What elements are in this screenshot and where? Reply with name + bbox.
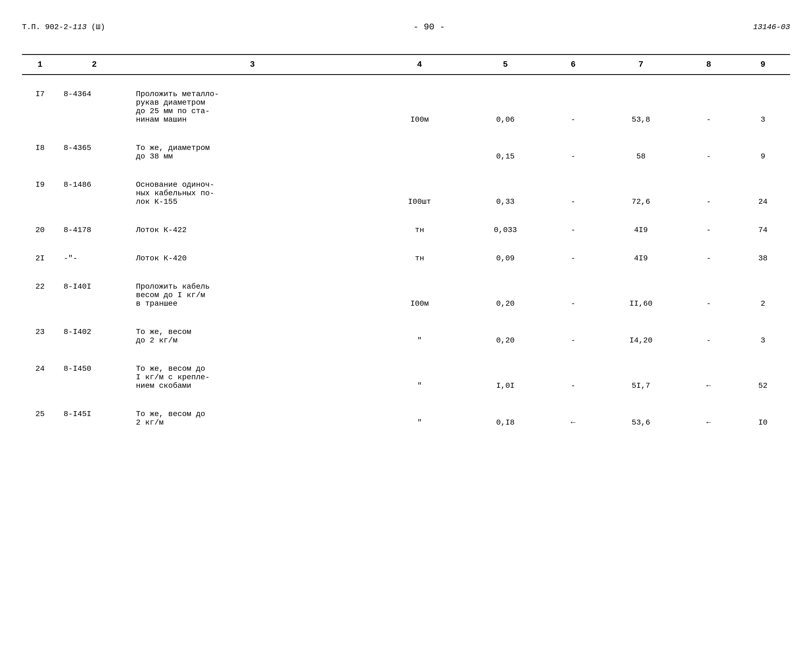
cell-row4-col4: тн bbox=[374, 221, 465, 239]
cell-row1-col7: 53,8 bbox=[600, 85, 681, 129]
cell-row9-col5: 0,I8 bbox=[465, 405, 546, 432]
table-row: I78-4364Проложить металло-рукав диаметро… bbox=[22, 85, 790, 129]
table-row: 208-4178Лоток К-422тн0,033-4I9-74 bbox=[22, 221, 790, 239]
col-header-3: 3 bbox=[131, 55, 374, 75]
table-row: 228-I40IПроложить кабельвесом до I кг/мв… bbox=[22, 277, 790, 313]
page-header: Т.П. 902-2-113 (Ш) - 90 - 13146-03 bbox=[22, 17, 790, 38]
cell-row8-col6: - bbox=[546, 360, 600, 395]
cell-row2-col3: То же, диаметромдо 38 мм bbox=[131, 139, 374, 166]
col-header-8: 8 bbox=[681, 55, 736, 75]
col-header-1: 1 bbox=[22, 55, 58, 75]
table-row: 2I-"-Лоток К-420тн0,09-4I9-38 bbox=[22, 249, 790, 268]
cell-row6-col7: II,60 bbox=[600, 277, 681, 313]
cell-row1-col3: Проложить металло-рукав диаметромдо 25 м… bbox=[131, 85, 374, 129]
cell-row3-col1: I9 bbox=[22, 175, 58, 211]
cell-row1-col8: - bbox=[681, 85, 736, 129]
cell-row2-col9: 9 bbox=[736, 139, 790, 166]
cell-row6-col2: 8-I40I bbox=[58, 277, 131, 313]
cell-row6-col6: - bbox=[546, 277, 600, 313]
header-left: Т.П. 902-2-113 (Ш) bbox=[22, 23, 105, 31]
cell-row2-col8: - bbox=[681, 139, 736, 166]
cell-row1-col1: I7 bbox=[22, 85, 58, 129]
cell-row7-col7: I4,20 bbox=[600, 323, 681, 350]
cell-row7-col1: 23 bbox=[22, 323, 58, 350]
cell-row8-col9: 52 bbox=[736, 360, 790, 395]
cell-row4-col5: 0,033 bbox=[465, 221, 546, 239]
cell-row9-col8: ← bbox=[681, 405, 736, 432]
cell-row3-col2: 8-1486 bbox=[58, 175, 131, 211]
cell-row3-col8: - bbox=[681, 175, 736, 211]
cell-row6-col4: I00м bbox=[374, 277, 465, 313]
col-header-5: 5 bbox=[465, 55, 546, 75]
cell-row2-col5: 0,15 bbox=[465, 139, 546, 166]
cell-row1-col6: - bbox=[546, 85, 600, 129]
cell-row7-col2: 8-I402 bbox=[58, 323, 131, 350]
cell-row5-col9: 38 bbox=[736, 249, 790, 268]
cell-row3-col6: - bbox=[546, 175, 600, 211]
header-left-text: Т.П. 902-2- bbox=[22, 23, 73, 31]
cell-row4-col3: Лоток К-422 bbox=[131, 221, 374, 239]
table-row: 238-I402То же, весомдо 2 кг/м"0,20-I4,20… bbox=[22, 323, 790, 350]
col-header-6: 6 bbox=[546, 55, 600, 75]
cell-row5-col5: 0,09 bbox=[465, 249, 546, 268]
header-right: 13146-03 bbox=[753, 23, 790, 31]
cell-row8-col5: I,0I bbox=[465, 360, 546, 395]
cell-row5-col1: 2I bbox=[22, 249, 58, 268]
cell-row1-col9: 3 bbox=[736, 85, 790, 129]
col-header-2: 2 bbox=[58, 55, 131, 75]
cell-row2-col1: I8 bbox=[22, 139, 58, 166]
cell-row8-col2: 8-I450 bbox=[58, 360, 131, 395]
cell-row4-col1: 20 bbox=[22, 221, 58, 239]
col-header-7: 7 bbox=[600, 55, 681, 75]
cell-row8-col3: То же, весом доI кг/м с крепле-нием скоб… bbox=[131, 360, 374, 395]
cell-row7-col8: - bbox=[681, 323, 736, 350]
cell-row6-col8: - bbox=[681, 277, 736, 313]
cell-row2-col7: 58 bbox=[600, 139, 681, 166]
cell-row9-col4: " bbox=[374, 405, 465, 432]
cell-row1-col4: I00м bbox=[374, 85, 465, 129]
cell-row4-col2: 8-4178 bbox=[58, 221, 131, 239]
cell-row6-col3: Проложить кабельвесом до I кг/мв траншее bbox=[131, 277, 374, 313]
cell-row6-col5: 0,20 bbox=[465, 277, 546, 313]
main-table: 1 2 3 4 5 6 7 8 9 I78-4364Проложить мета… bbox=[22, 54, 790, 432]
col-header-4: 4 bbox=[374, 55, 465, 75]
cell-row9-col3: То же, весом до2 кг/м bbox=[131, 405, 374, 432]
cell-row6-col9: 2 bbox=[736, 277, 790, 313]
cell-row4-col6: - bbox=[546, 221, 600, 239]
cell-row8-col7: 5I,7 bbox=[600, 360, 681, 395]
cell-row5-col2: -"- bbox=[58, 249, 131, 268]
header-left-suffix: (Ш) bbox=[86, 23, 105, 31]
header-left-italic: 113 bbox=[73, 23, 86, 31]
cell-row7-col4: " bbox=[374, 323, 465, 350]
cell-row5-col3: Лоток К-420 bbox=[131, 249, 374, 268]
cell-row4-col7: 4I9 bbox=[600, 221, 681, 239]
cell-row1-col5: 0,06 bbox=[465, 85, 546, 129]
cell-row5-col7: 4I9 bbox=[600, 249, 681, 268]
cell-row3-col7: 72,6 bbox=[600, 175, 681, 211]
cell-row3-col9: 24 bbox=[736, 175, 790, 211]
cell-row3-col3: Основание одиноч-ных кабельных по-лок К-… bbox=[131, 175, 374, 211]
header-center: - 90 - bbox=[413, 22, 445, 32]
cell-row8-col4: " bbox=[374, 360, 465, 395]
cell-row4-col8: - bbox=[681, 221, 736, 239]
cell-row7-col6: - bbox=[546, 323, 600, 350]
table-header-row: 1 2 3 4 5 6 7 8 9 bbox=[22, 55, 790, 75]
cell-row3-col4: I00шт bbox=[374, 175, 465, 211]
cell-row4-col9: 74 bbox=[736, 221, 790, 239]
cell-row2-col2: 8-4365 bbox=[58, 139, 131, 166]
cell-row9-col1: 25 bbox=[22, 405, 58, 432]
cell-row8-col1: 24 bbox=[22, 360, 58, 395]
table-row: 258-I45IТо же, весом до2 кг/м"0,I8←53,6←… bbox=[22, 405, 790, 432]
cell-row2-col4 bbox=[374, 139, 465, 166]
cell-row8-col8: ← bbox=[681, 360, 736, 395]
col-header-9: 9 bbox=[736, 55, 790, 75]
cell-row5-col6: - bbox=[546, 249, 600, 268]
cell-row6-col1: 22 bbox=[22, 277, 58, 313]
cell-row7-col3: То же, весомдо 2 кг/м bbox=[131, 323, 374, 350]
cell-row9-col2: 8-I45I bbox=[58, 405, 131, 432]
cell-row9-col9: I0 bbox=[736, 405, 790, 432]
table-row: I98-1486Основание одиноч-ных кабельных п… bbox=[22, 175, 790, 211]
table-row: 248-I450То же, весом доI кг/м с крепле-н… bbox=[22, 360, 790, 395]
table-row: I88-4365То же, диаметромдо 38 мм0,15-58-… bbox=[22, 139, 790, 166]
cell-row7-col5: 0,20 bbox=[465, 323, 546, 350]
